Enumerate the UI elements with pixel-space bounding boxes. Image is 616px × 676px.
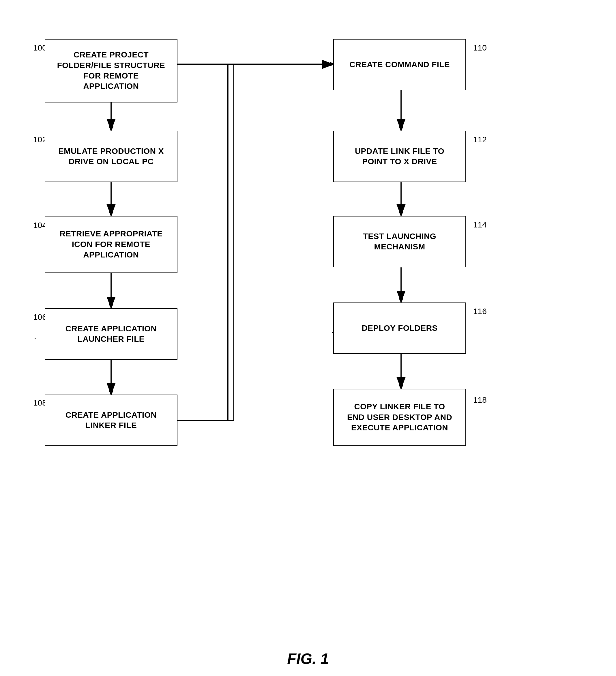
box-110: CREATE COMMAND FILE bbox=[333, 39, 466, 90]
decoration-dot: · bbox=[34, 333, 36, 343]
ref-112: 112 bbox=[473, 135, 487, 144]
box-108: CREATE APPLICATIONLINKER FILE bbox=[45, 395, 177, 446]
box-110-text: CREATE COMMAND FILE bbox=[350, 59, 450, 70]
box-106: CREATE APPLICATIONLAUNCHER FILE bbox=[45, 308, 177, 360]
box-102-text: EMULATE PRODUCTION XDRIVE ON LOCAL PC bbox=[58, 146, 164, 167]
box-112-text: UPDATE LINK FILE TOPOINT TO X DRIVE bbox=[355, 146, 444, 167]
box-116-text: DEPLOY FOLDERS bbox=[362, 323, 437, 333]
box-114-text: TEST LAUNCHINGMECHANISM bbox=[363, 231, 436, 252]
box-116: DEPLOY FOLDERS bbox=[333, 302, 466, 354]
box-118-text: COPY LINKER FILE TOEND USER DESKTOP ANDE… bbox=[347, 401, 452, 433]
ref-114: 114 bbox=[473, 220, 487, 229]
box-108-text: CREATE APPLICATIONLINKER FILE bbox=[65, 410, 157, 431]
box-104-text: RETRIEVE APPROPRIATEICON FOR REMOTEAPPLI… bbox=[60, 229, 163, 260]
decoration-dot-2: · bbox=[331, 328, 333, 337]
box-106-text: CREATE APPLICATIONLAUNCHER FILE bbox=[65, 324, 157, 345]
diagram-container: 100 CREATE PROJECTFOLDER/FILE STRUCTUREF… bbox=[17, 17, 599, 647]
box-100: CREATE PROJECTFOLDER/FILE STRUCTUREFOR R… bbox=[45, 39, 177, 103]
box-118: COPY LINKER FILE TOEND USER DESKTOP ANDE… bbox=[333, 389, 466, 446]
ref-116: 116 bbox=[473, 307, 487, 316]
box-104: RETRIEVE APPROPRIATEICON FOR REMOTEAPPLI… bbox=[45, 216, 177, 273]
box-112: UPDATE LINK FILE TOPOINT TO X DRIVE bbox=[333, 131, 466, 182]
figure-label: FIG. 1 bbox=[287, 650, 329, 667]
box-102: EMULATE PRODUCTION XDRIVE ON LOCAL PC bbox=[45, 131, 177, 182]
ref-110: 110 bbox=[473, 43, 487, 53]
box-114: TEST LAUNCHINGMECHANISM bbox=[333, 216, 466, 267]
ref-118: 118 bbox=[473, 395, 487, 405]
box-100-text: CREATE PROJECTFOLDER/FILE STRUCTUREFOR R… bbox=[57, 50, 165, 92]
